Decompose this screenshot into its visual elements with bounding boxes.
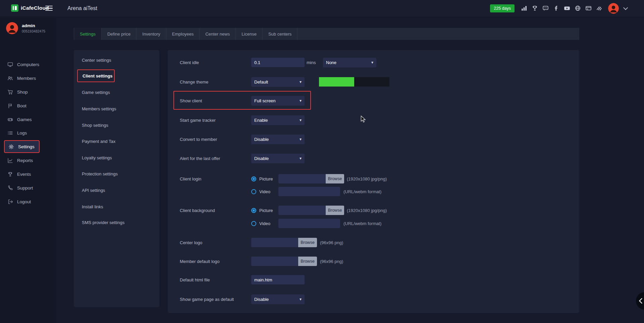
default-html-file-label: Default html file	[180, 277, 210, 282]
client-background-picture-radio-label: Picture	[259, 208, 273, 213]
tab-license[interactable]: License	[236, 28, 263, 40]
chat-icon[interactable]	[542, 5, 549, 11]
client-login-picture-radio[interactable]	[251, 176, 256, 181]
trophy-icon	[7, 171, 13, 177]
sidebar-item-boot[interactable]: Boot	[0, 100, 56, 111]
settings-nav-payment-and-tax[interactable]: Payment and Tax	[82, 139, 115, 144]
trophy-icon[interactable]	[532, 5, 538, 11]
facebook-icon[interactable]	[553, 5, 559, 11]
menu-toggle-icon[interactable]	[45, 6, 53, 12]
settings-nav-game-settings[interactable]: Game settings	[82, 90, 110, 95]
settings-nav-sms-provider-settings[interactable]: SMS provider settings	[82, 220, 124, 225]
settings-nav-panel: Center settings Client settings Game set…	[74, 50, 159, 307]
client-background-picture-browse-button[interactable]: Browse	[326, 206, 344, 215]
tab-employees[interactable]: Employees	[166, 28, 200, 40]
settings-nav-protection-settings[interactable]: Protection settings	[82, 171, 118, 176]
flag-icon	[7, 103, 13, 109]
form-row-client-background-picture: Client background Picture Browse (1920x1…	[168, 206, 579, 216]
sidebar-user-avatar[interactable]	[6, 22, 18, 34]
list-icon	[7, 130, 13, 136]
client-login-picture-browse-button[interactable]: Browse	[326, 174, 344, 183]
show-game-page-select[interactable]: Disable	[251, 294, 305, 304]
form-row-start-game-tracker: Start game tracker Enable	[168, 115, 579, 125]
form-row-alert-last-offer: Alert for the last offer Disable	[168, 154, 579, 164]
user-avatar[interactable]	[608, 3, 619, 14]
client-login-video-radio[interactable]	[251, 189, 256, 194]
collapse-panel-button[interactable]	[636, 292, 644, 310]
sidebar-item-label: Support	[17, 185, 33, 191]
monitor-icon	[7, 62, 13, 67]
start-game-tracker-label: Start game tracker	[180, 118, 216, 123]
theme-color-green-swatch[interactable]	[319, 77, 354, 87]
sidebar-item-computers[interactable]: Computers	[0, 59, 56, 70]
chevron-down-icon[interactable]	[623, 5, 628, 10]
sidebar-user-name: admin	[22, 23, 45, 28]
sidebar-item-label: Reports	[17, 158, 33, 163]
sidebar-item-members[interactable]: Members	[0, 73, 56, 84]
client-background-picture-input[interactable]	[278, 206, 326, 215]
sidebar-item-settings[interactable]: Settings	[4, 140, 40, 153]
sidebar-item-logout[interactable]: Logout	[0, 196, 56, 207]
days-badge[interactable]: 225 days	[490, 4, 515, 12]
settings-nav-loyalty-settings[interactable]: Loyalty settings	[82, 155, 112, 160]
sidebar-user-id: 005193482475	[22, 29, 45, 33]
sidebar-item-label: Events	[17, 172, 31, 177]
sidebar-item-games[interactable]: Games	[0, 114, 56, 125]
theme-color-dark-swatch[interactable]	[354, 77, 389, 87]
cart-icon	[7, 89, 13, 95]
sidebar-item-support[interactable]: Support	[0, 182, 56, 193]
settings-nav-members-settings[interactable]: Members settings	[82, 106, 116, 111]
client-login-video-input[interactable]	[278, 187, 340, 196]
center-logo-browse-button[interactable]: Browse	[298, 238, 317, 247]
alert-last-offer-select[interactable]: Disable	[251, 154, 305, 163]
center-logo-input[interactable]	[251, 238, 298, 247]
brand-logo[interactable]: iCafeCloud	[11, 4, 49, 12]
chart-icon	[7, 158, 13, 163]
form-row-client-login-video: Video (URL/webm format)	[168, 187, 579, 197]
sidebar-item-reports[interactable]: Reports	[0, 155, 56, 166]
users-icon	[7, 75, 13, 81]
client-background-video-input[interactable]	[278, 219, 340, 228]
sidebar-item-label: Logout	[17, 199, 31, 204]
sidebar-item-logs[interactable]: Logs	[0, 127, 56, 138]
sidebar-item-events[interactable]: Events	[0, 169, 56, 179]
default-html-file-input[interactable]	[251, 275, 305, 284]
tab-sub-centers[interactable]: Sub centers	[263, 28, 298, 40]
member-default-logo-input[interactable]	[251, 257, 298, 266]
tab-inventory[interactable]: Inventory	[137, 28, 166, 40]
tab-settings[interactable]: Settings	[74, 28, 102, 40]
sidebar-item-label: Boot	[17, 103, 26, 108]
billing-icon[interactable]	[585, 5, 592, 11]
client-settings-form: Client idle mins None Change theme Defau…	[168, 50, 579, 313]
globe-icon[interactable]	[575, 5, 581, 11]
settings-nav-shop-settings[interactable]: Shop settings	[82, 123, 108, 128]
layers-icon[interactable]	[596, 5, 602, 11]
settings-nav-api-settings[interactable]: API settings	[82, 188, 105, 193]
client-background-video-radio[interactable]	[251, 221, 256, 226]
member-default-logo-hint: (96x96 png)	[320, 259, 343, 264]
client-background-video-radio-label: Video	[259, 221, 270, 226]
sidebar-item-label: Games	[17, 117, 32, 122]
youtube-icon[interactable]	[564, 5, 570, 11]
change-theme-select[interactable]: Default	[251, 77, 305, 87]
client-idle-input[interactable]	[251, 58, 305, 67]
sidebar-item-label: Settings	[18, 144, 35, 149]
start-game-tracker-select[interactable]: Enable	[251, 115, 305, 125]
client-login-picture-input[interactable]	[278, 174, 326, 183]
client-background-picture-hint: (1920x1080 jpg/png)	[347, 208, 387, 213]
settings-nav-install-links[interactable]: Install links	[82, 204, 103, 209]
stats-icon[interactable]	[521, 5, 527, 11]
center-logo-hint: (96x96 png)	[320, 240, 343, 245]
member-default-logo-browse-button[interactable]: Browse	[298, 257, 317, 266]
brand-logo-icon	[11, 4, 18, 12]
settings-nav-center-settings[interactable]: Center settings	[82, 58, 111, 63]
client-background-video-hint: (URL/webm format)	[343, 221, 381, 226]
convert-to-member-select[interactable]: Disable	[251, 134, 305, 144]
client-idle-period-select[interactable]: None	[323, 58, 376, 67]
client-background-picture-radio[interactable]	[251, 208, 256, 213]
settings-nav-client-settings[interactable]: Client settings	[77, 69, 115, 82]
tab-define-price[interactable]: Define price	[102, 28, 137, 40]
tab-center-news[interactable]: Center news	[200, 28, 236, 40]
sidebar-item-shop[interactable]: Shop	[0, 87, 56, 97]
show-client-select[interactable]: Full screen	[251, 96, 305, 106]
